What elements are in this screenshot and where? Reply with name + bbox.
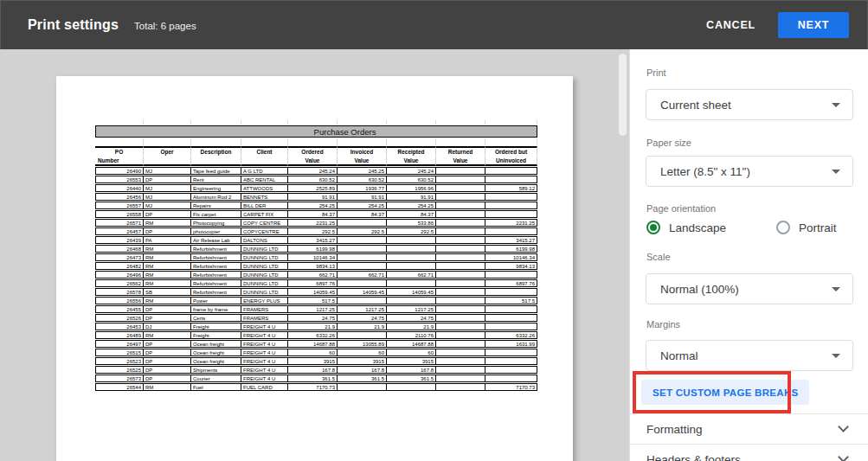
cell: 630.52 xyxy=(387,176,436,183)
section-formatting[interactable]: Formatting xyxy=(630,414,868,444)
cell: 26473 xyxy=(95,253,144,261)
cell: FRAMERS xyxy=(241,305,288,313)
cell: 662.71 xyxy=(288,271,338,279)
cell xyxy=(387,236,436,244)
cell xyxy=(436,236,485,244)
cell: MJ xyxy=(144,202,191,209)
cell xyxy=(387,383,436,391)
purchase-orders-table: Purchase Orders POOperDescriptionClientO… xyxy=(95,119,537,392)
cell xyxy=(387,262,436,270)
headers-footers-section-label: Headers & footers xyxy=(646,453,839,461)
next-button[interactable]: NEXT xyxy=(778,12,849,38)
cell: 245.24 xyxy=(387,167,436,175)
cell: 91.91 xyxy=(387,193,436,201)
cell: Shipments xyxy=(191,366,241,374)
empty-cell xyxy=(387,120,436,125)
dropdown-caret-icon xyxy=(832,170,840,174)
cell: 60 xyxy=(338,349,387,356)
cell: FREIGHT 4 U xyxy=(241,357,288,365)
cell: 3415.27 xyxy=(485,236,537,244)
cell: frame by frame xyxy=(191,305,241,313)
print-dropdown[interactable]: Current sheet xyxy=(646,89,853,120)
table-row: 26489RMFreightFREIGHT 4 U6332.262110.766… xyxy=(95,331,537,339)
cell xyxy=(436,375,485,382)
cell: 26515 xyxy=(95,349,144,356)
cell xyxy=(485,202,537,209)
table-row: 26523DPOcean freightFREIGHT 4 U391539153… xyxy=(95,357,537,365)
table-row: 26558DPFix carpetCARPET FIX84.3784.3784.… xyxy=(95,210,537,218)
cell: 60 xyxy=(387,349,436,356)
cell: 2525.89 xyxy=(288,184,338,192)
cell: 26525 xyxy=(95,366,144,374)
cell: 26497 xyxy=(95,340,144,348)
set-custom-page-breaks-button[interactable]: SET CUSTOM PAGE BREAKS xyxy=(641,380,809,405)
cell: 254.25 xyxy=(387,202,436,209)
cell: Rent xyxy=(191,176,241,183)
cell: 14687.88 xyxy=(288,340,338,348)
column-header: Value xyxy=(436,157,485,166)
cell: 630.52 xyxy=(338,176,387,183)
radio-button-icon xyxy=(646,221,660,234)
dropdown-caret-icon xyxy=(832,354,840,358)
cell: Refurbishment xyxy=(191,271,241,279)
cell: MJ xyxy=(144,167,191,175)
cell xyxy=(436,279,485,287)
cell: 84.37 xyxy=(288,210,338,218)
empty-cell xyxy=(485,138,537,145)
cell xyxy=(338,297,387,304)
print-preview-area: Purchase Orders POOperDescriptionClientO… xyxy=(0,49,629,461)
cell: 1217.25 xyxy=(338,305,387,313)
landscape-radio-label: Landscape xyxy=(669,221,726,234)
print-label: Print xyxy=(646,67,666,78)
table-row: 26525DPShipmentsFREIGHT 4 U167.8167.8167… xyxy=(95,366,537,374)
column-header: Uninvoiced xyxy=(485,157,537,166)
cell xyxy=(338,331,387,339)
column-header: Returned xyxy=(436,146,485,156)
empty-cell xyxy=(338,120,387,125)
cell: 21.9 xyxy=(387,323,436,330)
table-header-row: POOperDescriptionClientOrderedInvoicedRe… xyxy=(95,146,537,156)
margins-dropdown[interactable]: Normal xyxy=(646,340,853,371)
cell: DP xyxy=(144,210,191,218)
cell xyxy=(436,219,485,227)
cell: DP xyxy=(144,366,191,374)
cell: 26440 xyxy=(95,184,144,192)
scale-label: Scale xyxy=(646,252,671,262)
cell: 6199.98 xyxy=(288,245,338,253)
cell: Aluminum Rod 2 xyxy=(191,193,241,201)
preview-scrollbar[interactable] xyxy=(619,54,627,136)
cancel-button[interactable]: CANCEL xyxy=(706,19,755,31)
cell xyxy=(485,176,537,183)
cell xyxy=(436,193,485,201)
cell: RM xyxy=(144,271,191,279)
scale-dropdown[interactable]: Normal (100%) xyxy=(646,273,853,304)
cell xyxy=(485,167,537,175)
cell: Courier xyxy=(191,375,241,382)
cell: 26556 xyxy=(95,297,144,304)
empty-cell xyxy=(387,138,436,145)
cell: 84.37 xyxy=(387,210,436,218)
table-row: 26553DPRentABC RENTAL630.52630.52630.52 xyxy=(95,176,537,183)
cell: CARPET FIX xyxy=(241,210,288,218)
cell: 21.9 xyxy=(338,323,387,330)
cell: 13055.89 xyxy=(338,340,387,348)
section-headers-footers[interactable]: Headers & footers xyxy=(630,445,868,461)
cell: ENERGY PLUS xyxy=(241,297,288,304)
cell: Ocean freight xyxy=(191,349,241,356)
cell: 26489 xyxy=(95,331,144,339)
cell xyxy=(436,340,485,348)
cell: RM xyxy=(144,253,191,261)
cell: Engineering xyxy=(191,184,241,192)
cell: Fix carpet xyxy=(191,210,241,218)
cell: 2231.25 xyxy=(288,219,338,227)
cell: Fuel xyxy=(191,383,241,391)
cell xyxy=(338,236,387,244)
cell: 26439 xyxy=(95,236,144,244)
cell: Refurbishment xyxy=(191,262,241,270)
paper-size-dropdown[interactable]: Letter (8.5" x 11") xyxy=(646,156,853,187)
cell: 7170.73 xyxy=(485,383,537,391)
cell xyxy=(485,323,537,330)
portrait-radio[interactable]: Portrait xyxy=(776,221,837,234)
cell: Ocean freight xyxy=(191,340,241,348)
landscape-radio[interactable]: Landscape xyxy=(646,221,726,234)
